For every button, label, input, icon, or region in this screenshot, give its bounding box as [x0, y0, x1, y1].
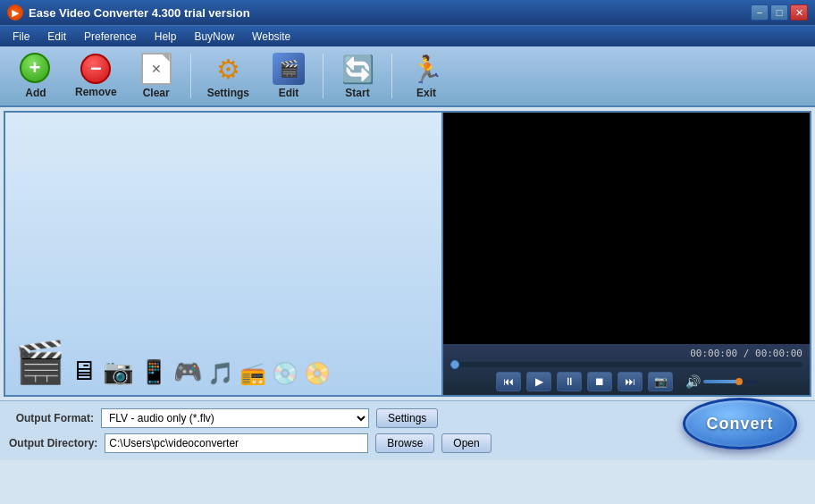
close-button[interactable]: ✕: [790, 4, 808, 21]
remove-label: Remove: [75, 86, 117, 98]
menu-website[interactable]: Website: [243, 29, 299, 45]
remove-icon-group: −: [80, 54, 111, 84]
exit-button[interactable]: 🏃 Exit: [399, 50, 453, 103]
add-icon: +: [20, 53, 52, 85]
camera-icon: 📷: [103, 357, 134, 386]
app-title: Ease Video Converter 4.300 trial version: [29, 6, 250, 20]
dvd-icon: 💿: [272, 361, 298, 386]
start-label: Start: [345, 87, 369, 99]
format-settings-button[interactable]: Settings: [376, 408, 438, 428]
progress-handle[interactable]: [450, 360, 459, 369]
remove-icon: −: [80, 54, 111, 84]
menu-edit[interactable]: Edit: [38, 29, 75, 45]
separator-2: [323, 54, 323, 98]
monitor-icon: 🖥: [71, 356, 97, 386]
exit-icon: 🏃: [410, 54, 443, 85]
convert-button-area: Convert: [683, 398, 797, 449]
media-icons: 🎬 🖥 📷 📱 🎮 🎵 📻 💿 📀: [14, 338, 331, 386]
title-bar-left: ▶ Ease Video Converter 4.300 trial versi…: [7, 4, 250, 21]
edit-label: Edit: [279, 87, 299, 99]
media-icon: 📀: [304, 361, 331, 386]
progress-bar[interactable]: [450, 362, 802, 367]
menu-preference[interactable]: Preference: [75, 29, 146, 45]
open-button[interactable]: Open: [441, 433, 491, 453]
ipod-icon: 🎵: [207, 361, 234, 386]
menu-bar: File Edit Preference Help BuyNow Website: [0, 25, 815, 46]
directory-label: Output Directory:: [9, 437, 97, 449]
edit-button[interactable]: 🎬 Edit: [262, 49, 315, 103]
add-button[interactable]: + Add: [9, 49, 63, 103]
directory-input[interactable]: [105, 433, 368, 453]
menu-buynow[interactable]: BuyNow: [185, 29, 243, 45]
title-bar: ▶ Ease Video Converter 4.300 trial versi…: [0, 0, 815, 25]
maximize-button[interactable]: □: [770, 4, 788, 21]
volume-fill: [703, 380, 738, 383]
remove-button[interactable]: − Remove: [66, 50, 126, 102]
clear-icon: ✕: [141, 53, 172, 85]
minimize-button[interactable]: −: [751, 4, 769, 21]
psp-icon: 🎮: [173, 358, 202, 386]
prev-button[interactable]: ⏮: [496, 372, 521, 391]
stop-button[interactable]: ⏹: [587, 372, 612, 391]
exit-label: Exit: [416, 87, 436, 99]
separator-1: [190, 54, 191, 98]
edit-icon: 🎬: [273, 53, 305, 85]
video-area: [443, 113, 810, 344]
add-label: Add: [25, 87, 46, 99]
format-select[interactable]: FLV - audio only (*.flv): [101, 408, 369, 428]
convert-button[interactable]: Convert: [683, 398, 797, 449]
separator-3: [391, 54, 392, 98]
play-button[interactable]: ▶: [526, 372, 551, 391]
film-icon: 🎬: [14, 338, 65, 386]
pause-button[interactable]: ⏸: [557, 372, 582, 391]
start-button[interactable]: 🔄 Start: [331, 50, 384, 103]
volume-slider[interactable]: [703, 380, 757, 383]
gear-icon: ⚙: [216, 54, 240, 85]
volume-area: 🔊: [685, 374, 757, 389]
app-icon: ▶: [7, 4, 23, 21]
volume-icon: 🔊: [685, 374, 701, 389]
preview-panel: 00:00:00 / 00:00:00 ⏮ ▶ ⏸ ⏹ ⏭ 📷 🔊: [443, 113, 810, 395]
phone-icon: 📱: [139, 358, 168, 386]
next-button[interactable]: ⏭: [618, 372, 643, 391]
bottom-wrapper: Output Format: FLV - audio only (*.flv) …: [0, 400, 815, 460]
volume-handle[interactable]: [735, 378, 743, 385]
settings-label: Settings: [207, 87, 249, 99]
file-panel[interactable]: 🎬 🖥 📷 📱 🎮 🎵 📻 💿 📀: [5, 113, 443, 395]
settings-button[interactable]: ⚙ Settings: [198, 50, 258, 103]
mp3-icon: 📻: [239, 361, 266, 386]
window-controls[interactable]: − □ ✕: [751, 4, 808, 21]
toolbar: + Add − Remove ✕ Clear ⚙ Settings 🎬 Edit…: [0, 46, 815, 107]
start-icon: 🔄: [341, 54, 374, 85]
playback-controls: ⏮ ▶ ⏸ ⏹ ⏭ 📷 🔊: [450, 372, 802, 391]
clear-label: Clear: [143, 87, 170, 99]
format-label: Output Format:: [9, 412, 94, 424]
clear-button[interactable]: ✕ Clear: [130, 49, 183, 103]
menu-help[interactable]: Help: [146, 29, 186, 45]
time-display: 00:00:00 / 00:00:00: [450, 348, 802, 359]
screenshot-button[interactable]: 📷: [648, 372, 673, 391]
browse-button[interactable]: Browse: [375, 433, 434, 453]
menu-file[interactable]: File: [4, 29, 38, 45]
main-content: 🎬 🖥 📷 📱 🎮 🎵 📻 💿 📀 00:00:00 / 00:00:00 ⏮ …: [4, 111, 811, 397]
video-controls: 00:00:00 / 00:00:00 ⏮ ▶ ⏸ ⏹ ⏭ 📷 🔊: [443, 344, 810, 395]
